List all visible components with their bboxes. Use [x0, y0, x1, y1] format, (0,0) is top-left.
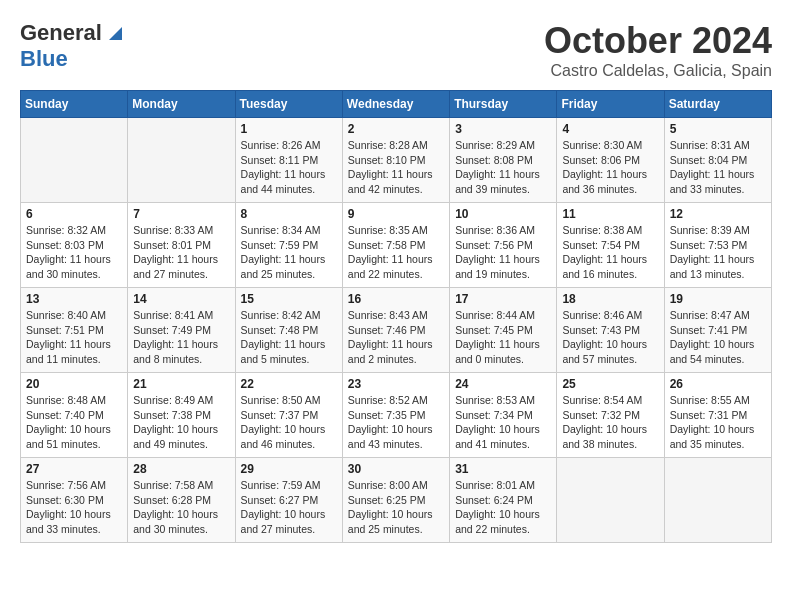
day-info: Sunrise: 8:30 AMSunset: 8:06 PMDaylight:… — [562, 138, 658, 197]
day-number: 3 — [455, 122, 551, 136]
daylight-text: Daylight: 11 hours and 0 minutes. — [455, 337, 551, 366]
calendar-cell: 30Sunrise: 8:00 AMSunset: 6:25 PMDayligh… — [342, 458, 449, 543]
day-info: Sunrise: 8:34 AMSunset: 7:59 PMDaylight:… — [241, 223, 337, 282]
day-number: 4 — [562, 122, 658, 136]
calendar-cell — [557, 458, 664, 543]
day-number: 22 — [241, 377, 337, 391]
day-info: Sunrise: 7:56 AMSunset: 6:30 PMDaylight:… — [26, 478, 122, 537]
sunrise-text: Sunrise: 8:54 AM — [562, 393, 658, 408]
sunrise-text: Sunrise: 8:46 AM — [562, 308, 658, 323]
calendar-cell: 7Sunrise: 8:33 AMSunset: 8:01 PMDaylight… — [128, 203, 235, 288]
day-info: Sunrise: 8:55 AMSunset: 7:31 PMDaylight:… — [670, 393, 766, 452]
calendar-cell: 19Sunrise: 8:47 AMSunset: 7:41 PMDayligh… — [664, 288, 771, 373]
day-info: Sunrise: 8:33 AMSunset: 8:01 PMDaylight:… — [133, 223, 229, 282]
sunset-text: Sunset: 6:30 PM — [26, 493, 122, 508]
calendar-cell: 6Sunrise: 8:32 AMSunset: 8:03 PMDaylight… — [21, 203, 128, 288]
day-number: 17 — [455, 292, 551, 306]
daylight-text: Daylight: 10 hours and 41 minutes. — [455, 422, 551, 451]
sunset-text: Sunset: 7:37 PM — [241, 408, 337, 423]
day-number: 16 — [348, 292, 444, 306]
sunrise-text: Sunrise: 8:39 AM — [670, 223, 766, 238]
sunset-text: Sunset: 7:53 PM — [670, 238, 766, 253]
svg-marker-0 — [109, 27, 122, 40]
day-number: 2 — [348, 122, 444, 136]
daylight-text: Daylight: 11 hours and 36 minutes. — [562, 167, 658, 196]
sunrise-text: Sunrise: 8:30 AM — [562, 138, 658, 153]
day-info: Sunrise: 8:28 AMSunset: 8:10 PMDaylight:… — [348, 138, 444, 197]
calendar-cell: 8Sunrise: 8:34 AMSunset: 7:59 PMDaylight… — [235, 203, 342, 288]
day-number: 15 — [241, 292, 337, 306]
sunrise-text: Sunrise: 7:58 AM — [133, 478, 229, 493]
day-number: 27 — [26, 462, 122, 476]
day-info: Sunrise: 8:41 AMSunset: 7:49 PMDaylight:… — [133, 308, 229, 367]
sunrise-text: Sunrise: 8:01 AM — [455, 478, 551, 493]
sunset-text: Sunset: 8:08 PM — [455, 153, 551, 168]
logo-blue: Blue — [20, 46, 68, 71]
day-number: 29 — [241, 462, 337, 476]
day-of-week-header: Saturday — [664, 91, 771, 118]
daylight-text: Daylight: 10 hours and 46 minutes. — [241, 422, 337, 451]
day-number: 21 — [133, 377, 229, 391]
daylight-text: Daylight: 10 hours and 51 minutes. — [26, 422, 122, 451]
day-info: Sunrise: 8:42 AMSunset: 7:48 PMDaylight:… — [241, 308, 337, 367]
day-info: Sunrise: 8:35 AMSunset: 7:58 PMDaylight:… — [348, 223, 444, 282]
day-of-week-header: Friday — [557, 91, 664, 118]
day-number: 1 — [241, 122, 337, 136]
day-of-week-header: Tuesday — [235, 91, 342, 118]
calendar-cell — [128, 118, 235, 203]
sunrise-text: Sunrise: 8:44 AM — [455, 308, 551, 323]
day-info: Sunrise: 8:01 AMSunset: 6:24 PMDaylight:… — [455, 478, 551, 537]
day-number: 9 — [348, 207, 444, 221]
daylight-text: Daylight: 10 hours and 54 minutes. — [670, 337, 766, 366]
day-number: 5 — [670, 122, 766, 136]
calendar-cell: 3Sunrise: 8:29 AMSunset: 8:08 PMDaylight… — [450, 118, 557, 203]
calendar-cell: 18Sunrise: 8:46 AMSunset: 7:43 PMDayligh… — [557, 288, 664, 373]
calendar-cell: 9Sunrise: 8:35 AMSunset: 7:58 PMDaylight… — [342, 203, 449, 288]
sunset-text: Sunset: 8:01 PM — [133, 238, 229, 253]
calendar-cell — [21, 118, 128, 203]
daylight-text: Daylight: 10 hours and 25 minutes. — [348, 507, 444, 536]
day-number: 7 — [133, 207, 229, 221]
calendar-cell: 10Sunrise: 8:36 AMSunset: 7:56 PMDayligh… — [450, 203, 557, 288]
title-area: October 2024 Castro Caldelas, Galicia, S… — [544, 20, 772, 80]
sunset-text: Sunset: 6:25 PM — [348, 493, 444, 508]
day-of-week-header: Monday — [128, 91, 235, 118]
calendar-cell: 24Sunrise: 8:53 AMSunset: 7:34 PMDayligh… — [450, 373, 557, 458]
calendar-cell: 27Sunrise: 7:56 AMSunset: 6:30 PMDayligh… — [21, 458, 128, 543]
sunrise-text: Sunrise: 8:34 AM — [241, 223, 337, 238]
sunset-text: Sunset: 7:32 PM — [562, 408, 658, 423]
day-number: 24 — [455, 377, 551, 391]
calendar-cell: 31Sunrise: 8:01 AMSunset: 6:24 PMDayligh… — [450, 458, 557, 543]
sunset-text: Sunset: 7:48 PM — [241, 323, 337, 338]
sunset-text: Sunset: 8:11 PM — [241, 153, 337, 168]
day-number: 25 — [562, 377, 658, 391]
calendar-cell: 5Sunrise: 8:31 AMSunset: 8:04 PMDaylight… — [664, 118, 771, 203]
day-number: 19 — [670, 292, 766, 306]
day-info: Sunrise: 8:53 AMSunset: 7:34 PMDaylight:… — [455, 393, 551, 452]
sunset-text: Sunset: 7:43 PM — [562, 323, 658, 338]
daylight-text: Daylight: 11 hours and 44 minutes. — [241, 167, 337, 196]
sunrise-text: Sunrise: 8:50 AM — [241, 393, 337, 408]
daylight-text: Daylight: 10 hours and 27 minutes. — [241, 507, 337, 536]
daylight-text: Daylight: 11 hours and 22 minutes. — [348, 252, 444, 281]
daylight-text: Daylight: 11 hours and 30 minutes. — [26, 252, 122, 281]
sunset-text: Sunset: 7:34 PM — [455, 408, 551, 423]
sunrise-text: Sunrise: 7:56 AM — [26, 478, 122, 493]
calendar-cell: 28Sunrise: 7:58 AMSunset: 6:28 PMDayligh… — [128, 458, 235, 543]
sunset-text: Sunset: 7:38 PM — [133, 408, 229, 423]
sunset-text: Sunset: 8:04 PM — [670, 153, 766, 168]
sunrise-text: Sunrise: 8:35 AM — [348, 223, 444, 238]
sunrise-text: Sunrise: 8:29 AM — [455, 138, 551, 153]
day-number: 11 — [562, 207, 658, 221]
day-number: 18 — [562, 292, 658, 306]
day-info: Sunrise: 8:39 AMSunset: 7:53 PMDaylight:… — [670, 223, 766, 282]
day-info: Sunrise: 8:49 AMSunset: 7:38 PMDaylight:… — [133, 393, 229, 452]
daylight-text: Daylight: 10 hours and 30 minutes. — [133, 507, 229, 536]
calendar-cell: 26Sunrise: 8:55 AMSunset: 7:31 PMDayligh… — [664, 373, 771, 458]
day-number: 6 — [26, 207, 122, 221]
calendar-cell: 17Sunrise: 8:44 AMSunset: 7:45 PMDayligh… — [450, 288, 557, 373]
page-header: General Blue October 2024 Castro Caldela… — [20, 20, 772, 80]
calendar-cell: 2Sunrise: 8:28 AMSunset: 8:10 PMDaylight… — [342, 118, 449, 203]
day-info: Sunrise: 7:59 AMSunset: 6:27 PMDaylight:… — [241, 478, 337, 537]
calendar-cell: 12Sunrise: 8:39 AMSunset: 7:53 PMDayligh… — [664, 203, 771, 288]
